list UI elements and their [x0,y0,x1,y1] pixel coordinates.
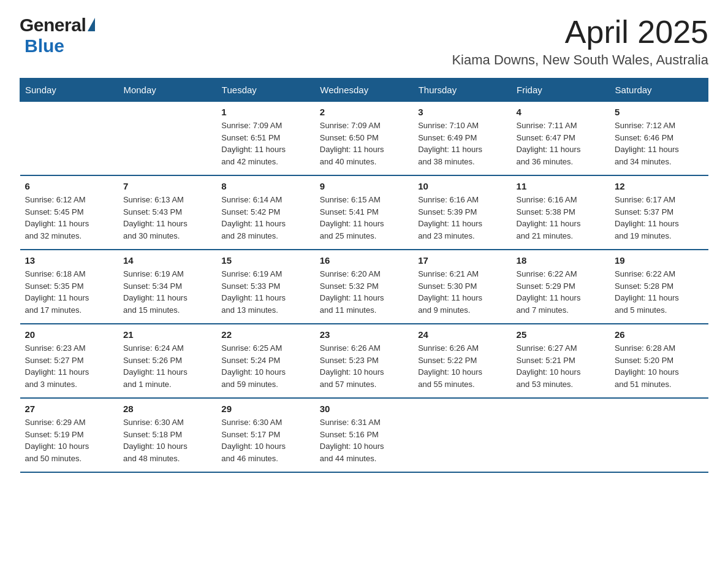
calendar-header-row: SundayMondayTuesdayWednesdayThursdayFrid… [20,79,708,102]
day-number: 24 [418,329,506,340]
day-number: 5 [615,107,703,117]
calendar-cell: 9Sunrise: 6:15 AM Sunset: 5:41 PM Daylig… [315,175,413,250]
day-number: 3 [418,107,506,117]
day-info: Sunrise: 7:09 AM Sunset: 6:51 PM Dayligh… [221,120,309,167]
weekday-header: Thursday [413,79,511,102]
calendar-week-row: 27Sunrise: 6:29 AM Sunset: 5:19 PM Dayli… [20,398,708,472]
calendar-cell [413,398,511,472]
calendar-cell: 15Sunrise: 6:19 AM Sunset: 5:33 PM Dayli… [216,250,314,324]
day-info: Sunrise: 6:16 AM Sunset: 5:39 PM Dayligh… [418,194,506,242]
calendar-cell: 10Sunrise: 6:16 AM Sunset: 5:39 PM Dayli… [413,175,511,250]
day-info: Sunrise: 6:30 AM Sunset: 5:18 PM Dayligh… [123,416,211,464]
day-info: Sunrise: 6:26 AM Sunset: 5:23 PM Dayligh… [320,342,408,390]
calendar-cell: 5Sunrise: 7:12 AM Sunset: 6:46 PM Daylig… [610,102,708,176]
calendar-cell: 4Sunrise: 7:11 AM Sunset: 6:47 PM Daylig… [512,102,610,176]
calendar-cell: 12Sunrise: 6:17 AM Sunset: 5:37 PM Dayli… [610,175,708,250]
weekday-header: Monday [118,79,216,102]
day-number: 18 [517,255,605,266]
calendar-cell: 11Sunrise: 6:16 AM Sunset: 5:38 PM Dayli… [512,175,610,250]
day-info: Sunrise: 6:30 AM Sunset: 5:17 PM Dayligh… [221,416,309,464]
calendar-cell: 23Sunrise: 6:26 AM Sunset: 5:23 PM Dayli… [315,324,413,398]
weekday-header: Wednesday [315,79,413,102]
day-number: 10 [418,181,506,191]
day-info: Sunrise: 6:27 AM Sunset: 5:21 PM Dayligh… [517,342,605,390]
calendar-cell: 16Sunrise: 6:20 AM Sunset: 5:32 PM Dayli… [315,250,413,324]
day-number: 21 [123,329,211,340]
day-info: Sunrise: 6:13 AM Sunset: 5:43 PM Dayligh… [123,194,211,242]
day-info: Sunrise: 7:11 AM Sunset: 6:47 PM Dayligh… [517,120,605,167]
calendar-cell [118,102,216,176]
day-number: 15 [221,255,309,266]
day-number: 2 [320,107,408,117]
day-number: 16 [320,255,408,266]
page-header: General Blue April 2025 Kiama Downs, New… [20,15,708,68]
day-info: Sunrise: 7:10 AM Sunset: 6:49 PM Dayligh… [418,120,506,167]
day-info: Sunrise: 6:28 AM Sunset: 5:20 PM Dayligh… [615,342,703,390]
day-number: 6 [25,181,113,191]
day-number: 12 [615,181,703,191]
day-number: 14 [123,255,211,266]
calendar-cell: 1Sunrise: 7:09 AM Sunset: 6:51 PM Daylig… [216,102,314,176]
day-info: Sunrise: 6:15 AM Sunset: 5:41 PM Dayligh… [320,194,408,242]
logo-blue-text: Blue [25,36,64,56]
calendar-cell: 3Sunrise: 7:10 AM Sunset: 6:49 PM Daylig… [413,102,511,176]
day-info: Sunrise: 6:20 AM Sunset: 5:32 PM Dayligh… [320,268,408,316]
calendar-cell [610,398,708,472]
logo-general-text: General [20,15,86,36]
calendar-cell: 21Sunrise: 6:24 AM Sunset: 5:26 PM Dayli… [118,324,216,398]
day-number: 25 [517,329,605,340]
calendar-cell: 24Sunrise: 6:26 AM Sunset: 5:22 PM Dayli… [413,324,511,398]
day-number: 23 [320,329,408,340]
day-number: 27 [25,404,113,414]
calendar-cell: 30Sunrise: 6:31 AM Sunset: 5:16 PM Dayli… [315,398,413,472]
calendar-week-row: 1Sunrise: 7:09 AM Sunset: 6:51 PM Daylig… [20,102,708,176]
day-info: Sunrise: 6:23 AM Sunset: 5:27 PM Dayligh… [25,342,113,390]
month-title: April 2025 [452,15,708,50]
day-number: 17 [418,255,506,266]
calendar-cell: 13Sunrise: 6:18 AM Sunset: 5:35 PM Dayli… [20,250,118,324]
day-info: Sunrise: 6:17 AM Sunset: 5:37 PM Dayligh… [615,194,703,242]
day-info: Sunrise: 6:24 AM Sunset: 5:26 PM Dayligh… [123,342,211,390]
day-info: Sunrise: 6:22 AM Sunset: 5:29 PM Dayligh… [517,268,605,316]
calendar-week-row: 13Sunrise: 6:18 AM Sunset: 5:35 PM Dayli… [20,250,708,324]
logo-triangle-icon [88,18,95,31]
calendar-cell: 22Sunrise: 6:25 AM Sunset: 5:24 PM Dayli… [216,324,314,398]
day-number: 7 [123,181,211,191]
calendar-cell: 27Sunrise: 6:29 AM Sunset: 5:19 PM Dayli… [20,398,118,472]
weekday-header: Sunday [20,79,118,102]
calendar-cell [20,102,118,176]
day-info: Sunrise: 6:19 AM Sunset: 5:33 PM Dayligh… [221,268,309,316]
day-info: Sunrise: 6:29 AM Sunset: 5:19 PM Dayligh… [25,416,113,464]
calendar-cell: 8Sunrise: 6:14 AM Sunset: 5:42 PM Daylig… [216,175,314,250]
calendar-cell: 7Sunrise: 6:13 AM Sunset: 5:43 PM Daylig… [118,175,216,250]
day-info: Sunrise: 6:22 AM Sunset: 5:28 PM Dayligh… [615,268,703,316]
calendar-cell: 18Sunrise: 6:22 AM Sunset: 5:29 PM Dayli… [512,250,610,324]
day-number: 29 [221,404,309,414]
calendar-cell: 20Sunrise: 6:23 AM Sunset: 5:27 PM Dayli… [20,324,118,398]
calendar-cell: 29Sunrise: 6:30 AM Sunset: 5:17 PM Dayli… [216,398,314,472]
calendar-cell: 17Sunrise: 6:21 AM Sunset: 5:30 PM Dayli… [413,250,511,324]
day-number: 4 [517,107,605,117]
calendar-cell: 6Sunrise: 6:12 AM Sunset: 5:45 PM Daylig… [20,175,118,250]
day-info: Sunrise: 7:09 AM Sunset: 6:50 PM Dayligh… [320,120,408,167]
day-number: 9 [320,181,408,191]
calendar-cell: 25Sunrise: 6:27 AM Sunset: 5:21 PM Dayli… [512,324,610,398]
day-number: 28 [123,404,211,414]
day-info: Sunrise: 6:16 AM Sunset: 5:38 PM Dayligh… [517,194,605,242]
calendar-week-row: 20Sunrise: 6:23 AM Sunset: 5:27 PM Dayli… [20,324,708,398]
location-title: Kiama Downs, New South Wales, Australia [452,52,708,68]
day-info: Sunrise: 6:21 AM Sunset: 5:30 PM Dayligh… [418,268,506,316]
calendar-cell: 2Sunrise: 7:09 AM Sunset: 6:50 PM Daylig… [315,102,413,176]
calendar-cell: 28Sunrise: 6:30 AM Sunset: 5:18 PM Dayli… [118,398,216,472]
weekday-header: Saturday [610,79,708,102]
day-number: 1 [221,107,309,117]
day-number: 13 [25,255,113,266]
weekday-header: Friday [512,79,610,102]
day-info: Sunrise: 6:19 AM Sunset: 5:34 PM Dayligh… [123,268,211,316]
logo: General Blue [20,15,95,56]
day-number: 19 [615,255,703,266]
weekday-header: Tuesday [216,79,314,102]
title-block: April 2025 Kiama Downs, New South Wales,… [452,15,708,68]
calendar-table: SundayMondayTuesdayWednesdayThursdayFrid… [20,78,708,473]
day-number: 8 [221,181,309,191]
